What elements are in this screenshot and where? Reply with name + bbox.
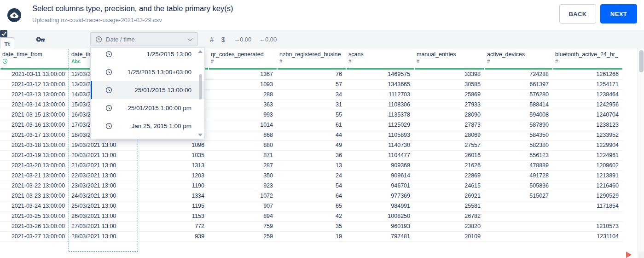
table-cell: 25869 (414, 90, 485, 100)
format-option[interactable]: 1/25/2015 13:00 (91, 47, 204, 63)
table-cell: 2021-03-27 13:00:00 (0, 232, 69, 241)
table-cell: 594008 (485, 110, 553, 120)
table-cell: 907 (209, 201, 277, 211)
vertical-scrollbar-thumb[interactable] (639, 50, 644, 72)
table-cell: 350 (209, 171, 277, 181)
table-cell: 20/03/2021 13:00 (69, 151, 138, 160)
format-option[interactable]: 25/01/2015 1:00:00 pm (91, 99, 204, 117)
table-cell: 588414 (485, 100, 553, 110)
clock-icon (105, 123, 112, 129)
vertical-scrollbar[interactable] (638, 48, 644, 258)
table-cell: 2021-03-15 13:00:00 (0, 110, 69, 120)
scrollbar-corner (638, 252, 644, 258)
table-cell: 1171854 (553, 201, 623, 211)
decrease-precision-button[interactable]: ←0.00 (259, 30, 277, 48)
table-cell: 661397 (485, 80, 553, 89)
table-cell: 584350 (485, 130, 553, 140)
table-cell: 1190 (138, 181, 209, 191)
table-cell: 23/03/2021 13:00 (69, 181, 138, 191)
table-cell: 25/03/2021 13:00 (69, 201, 138, 211)
clock-icon (95, 36, 102, 43)
table-cell: 54 (277, 181, 346, 191)
table-cell: 22/03/2021 13:00 (69, 171, 138, 181)
table-cell: 24/03/2021 13:00 (69, 191, 138, 201)
table-cell (553, 211, 623, 221)
table-cell: 1240704 (553, 110, 623, 120)
table-row: 2021-03-23 13:00:0024/03/2021 13:0013341… (0, 191, 623, 201)
integer-type-button[interactable]: # (210, 30, 214, 48)
table-cell: 993 (209, 110, 277, 120)
table-cell: 1195 (138, 201, 209, 211)
table-cell: 33398 (414, 70, 485, 79)
scroll-up-arrow-icon[interactable] (198, 50, 203, 53)
table-cell: 939 (138, 232, 209, 241)
column-header-date_time_from[interactable]: date_time_from (0, 48, 69, 70)
column-name: nzbn_registered_busine (279, 51, 344, 58)
table-cell: 1238123 (553, 120, 623, 130)
table-cell: 1140730 (346, 141, 414, 150)
table-cell: 1233952 (553, 130, 623, 140)
table-cell: 1242956 (553, 100, 623, 110)
table-cell: 1135378 (346, 110, 414, 120)
column-name: bluetooth_active_24_hr_ (555, 51, 621, 58)
format-option[interactable]: 1/25/2015 13:00+03:00 (91, 63, 204, 81)
column-header-nzbn_registered_busine[interactable]: nzbn_registered_busine# (277, 48, 346, 70)
table-cell (485, 232, 553, 241)
scroll-down-arrow-icon[interactable] (198, 134, 203, 136)
checkbox-checked-icon[interactable] (0, 30, 7, 37)
table-cell: 55 (277, 110, 346, 120)
increase-precision-button[interactable]: →0.00 (234, 30, 251, 48)
table-cell: 587890 (485, 120, 553, 130)
table-cell: 1072 (209, 191, 277, 201)
column-header-manual_entries[interactable]: manual_entries# (414, 48, 485, 70)
table-cell: 31 (277, 100, 346, 110)
number-type-icon: # (348, 59, 412, 64)
table-cell: 724288 (485, 70, 553, 79)
date-format-dropdown[interactable]: Date / time (90, 32, 198, 46)
format-option-label: Jan 25, 2015 1:00 pm (112, 123, 204, 129)
table-row: 2021-03-22 13:00:0023/03/2021 13:0011909… (0, 181, 623, 191)
table-cell: 57 (277, 80, 346, 89)
currency-type-button[interactable]: $ (221, 30, 225, 48)
table-cell: 2021-03-19 13:00:00 (0, 151, 69, 160)
format-option-label: 1/25/2015 13:00 (112, 51, 204, 58)
table-cell: 27557 (414, 141, 485, 150)
table-row: 2021-03-25 13:00:0026/03/2021 13:0011538… (0, 211, 623, 222)
table-cell: 1093 (209, 80, 277, 89)
clock-icon (105, 105, 112, 111)
wizard-header: Select columns type, precision, and the … (0, 0, 644, 30)
table-cell: 30585 (414, 80, 485, 89)
table-cell: 1254171 (553, 80, 623, 89)
table-cell: 61 (277, 120, 346, 130)
back-button[interactable]: BACK (559, 4, 596, 23)
table-cell: 505836 (485, 181, 553, 191)
horizontal-scrollbar[interactable] (0, 252, 638, 258)
format-option[interactable]: 25/01/2015 13:00:00 (91, 81, 204, 99)
format-option-list: 1/25/2015 13:001/25/2015 13:00+03:0025/0… (91, 47, 204, 135)
scroll-indicator-marker (626, 252, 632, 258)
csv-import-window: Select columns type, precision, and the … (0, 0, 644, 258)
table-cell: 49 (277, 141, 346, 150)
column-header-scans[interactable]: scans# (346, 48, 414, 70)
primary-key-icon[interactable] (36, 30, 45, 48)
next-button[interactable]: NEXT (600, 4, 637, 23)
number-type-icon: # (417, 59, 483, 64)
column-header-active_devices[interactable]: active_devices# (485, 48, 553, 70)
table-cell: 1313 (138, 161, 209, 170)
table-cell: 1209602 (553, 161, 623, 170)
table-cell: 24615 (414, 181, 485, 191)
column-header-qr_codes_generated[interactable]: qr_codes_generated# (209, 48, 277, 70)
table-cell: 977369 (346, 191, 414, 201)
table-cell: 1125029 (346, 120, 414, 130)
table-row: 2021-03-21 13:00:0022/03/2021 13:0012033… (0, 171, 623, 181)
date-format-dropdown-value: Date / time (106, 36, 135, 43)
table-cell: 24 (277, 171, 346, 181)
table-cell: 923 (209, 181, 277, 191)
table-cell: 1104477 (346, 151, 414, 160)
table-cell: 1229904 (553, 141, 623, 150)
format-option[interactable]: Jan 25, 2015 1:00 pm (91, 117, 204, 135)
table-cell: 363 (209, 100, 277, 110)
column-header-bluetooth_active_24_hr_[interactable]: bluetooth_active_24_hr_# (553, 48, 623, 70)
date-format-menu: 1/25/2015 13:001/25/2015 13:00+03:0025/0… (90, 47, 205, 139)
menu-scrollbar-thumb[interactable] (199, 74, 202, 100)
